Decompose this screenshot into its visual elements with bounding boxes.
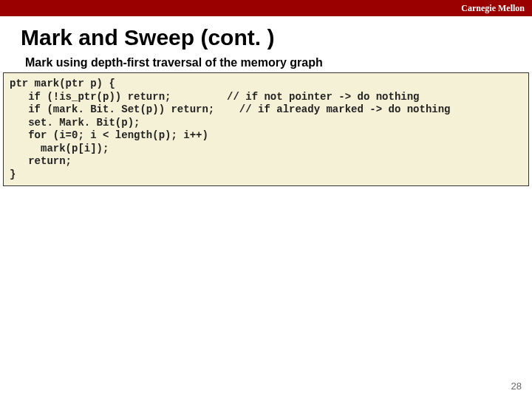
page-number: 28 [511,381,522,392]
code-block: ptr mark(ptr p) { if (!is_ptr(p)) return… [3,72,529,186]
top-bar: Carnegie Mellon [0,0,532,16]
slide-title: Mark and Sweep (cont. ) [0,16,532,56]
slide: Carnegie Mellon Mark and Sweep (cont. ) … [0,0,532,399]
slide-subtitle: Mark using depth-first traversal of the … [0,56,532,72]
top-bar-brand: Carnegie Mellon [461,3,525,14]
